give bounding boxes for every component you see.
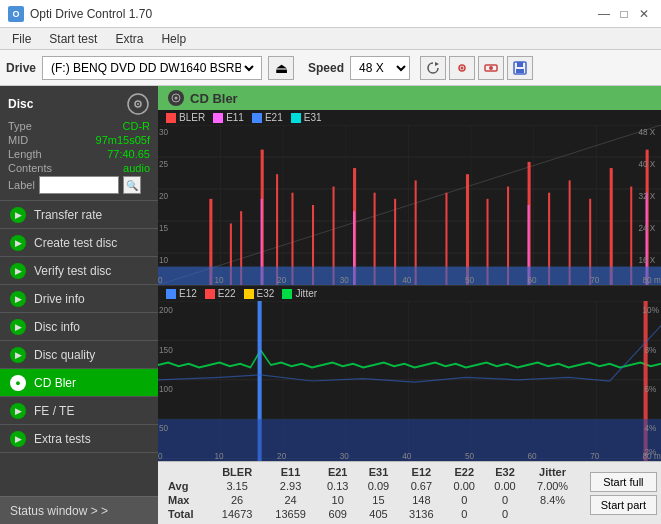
drive-bar: Drive (F:) BENQ DVD DD DW1640 BSRB ⏏ Spe… (0, 50, 661, 86)
disc-type-row: Type CD-R (8, 120, 150, 132)
svg-text:20: 20 (159, 190, 168, 201)
e12-color (166, 289, 176, 299)
svg-text:80 min: 80 min (643, 274, 661, 285)
stats-avg-e12: 0.67 (399, 479, 444, 493)
svg-text:30: 30 (340, 450, 349, 461)
sidebar-item-disc-quality[interactable]: ▶ Disc quality (0, 341, 158, 369)
svg-text:60: 60 (528, 450, 537, 461)
svg-text:40: 40 (402, 274, 411, 285)
content-area: CD Bler BLER E11 E21 (158, 86, 661, 524)
stats-avg-e11: 2.93 (264, 479, 317, 493)
disc-type-label: Type (8, 120, 32, 132)
stats-total-e32: 0 (485, 507, 526, 521)
disc-contents-value: audio (123, 162, 150, 174)
settings-button1[interactable] (449, 56, 475, 80)
e32-color (244, 289, 254, 299)
stats-header-row: BLER E11 E21 E31 E12 E22 E32 Jitter (164, 465, 580, 479)
svg-text:30: 30 (340, 274, 349, 285)
stats-total-e22: 0 (444, 507, 485, 521)
sidebar-item-disc-info[interactable]: ▶ Disc info (0, 313, 158, 341)
chart-title-text: CD Bler (190, 91, 238, 106)
create-test-disc-icon: ▶ (10, 235, 26, 251)
sidebar-item-verify-test-disc[interactable]: ▶ Verify test disc (0, 257, 158, 285)
svg-text:48 X: 48 X (638, 126, 655, 137)
disc-quality-icon: ▶ (10, 347, 26, 363)
menu-file[interactable]: File (4, 30, 39, 48)
legend-jitter: Jitter (282, 288, 317, 299)
stats-col-e22: E22 (444, 465, 485, 479)
legend-e21: E21 (252, 112, 283, 123)
chart-title-bar: CD Bler (158, 86, 661, 110)
svg-text:50: 50 (159, 423, 168, 434)
drive-label: Drive (6, 61, 36, 75)
svg-text:40 X: 40 X (638, 158, 655, 169)
menu-extra[interactable]: Extra (107, 30, 151, 48)
svg-rect-7 (516, 69, 524, 73)
svg-text:6%: 6% (645, 383, 657, 394)
chart1-legend: BLER E11 E21 E31 (158, 110, 661, 125)
stats-max-label: Max (164, 493, 210, 507)
save-button[interactable] (507, 56, 533, 80)
disc-mid-row: MID 97m15s05f (8, 134, 150, 146)
cd-bler-label: CD Bler (34, 376, 76, 390)
drive-info-label: Drive info (34, 292, 85, 306)
disc-label-search-button[interactable]: 🔍 (123, 176, 141, 194)
bler-color (166, 113, 176, 123)
menu-help[interactable]: Help (153, 30, 194, 48)
svg-point-2 (461, 66, 464, 69)
svg-text:10: 10 (214, 450, 223, 461)
stats-avg-e31: 0.09 (358, 479, 399, 493)
disc-length-label: Length (8, 148, 42, 160)
svg-point-10 (137, 103, 139, 105)
legend-bler: BLER (166, 112, 205, 123)
svg-text:150: 150 (159, 344, 173, 355)
settings-button2[interactable] (478, 56, 504, 80)
sidebar-item-extra-tests[interactable]: ▶ Extra tests (0, 425, 158, 453)
svg-point-4 (489, 66, 493, 70)
svg-text:20: 20 (277, 450, 286, 461)
title-bar: O Opti Drive Control 1.70 — □ ✕ (0, 0, 661, 28)
svg-point-12 (175, 97, 178, 100)
chart1-svg: 0 10 20 30 40 50 60 70 80 min 30 25 20 1… (158, 125, 661, 285)
svg-text:10: 10 (159, 254, 168, 265)
drive-selector[interactable]: (F:) BENQ DVD DD DW1640 BSRB (42, 56, 262, 80)
speed-dropdown[interactable]: 48 X (350, 56, 410, 80)
disc-mid-label: MID (8, 134, 28, 146)
svg-text:0: 0 (158, 450, 163, 461)
stats-avg-bler: 3.15 (210, 479, 263, 493)
disc-label-input[interactable] (39, 176, 119, 194)
sidebar-item-cd-bler[interactable]: ● CD Bler (0, 369, 158, 397)
sidebar-item-transfer-rate[interactable]: ▶ Transfer rate (0, 201, 158, 229)
maximize-button[interactable]: □ (615, 5, 633, 23)
start-part-button[interactable]: Start part (590, 495, 657, 515)
stats-col-e31: E31 (358, 465, 399, 479)
stats-total-jitter (525, 507, 579, 521)
svg-text:70: 70 (590, 274, 599, 285)
eject-button[interactable]: ⏏ (268, 56, 294, 80)
start-full-button[interactable]: Start full (590, 472, 657, 492)
close-button[interactable]: ✕ (635, 5, 653, 23)
stats-avg-e22: 0.00 (444, 479, 485, 493)
window-controls: — □ ✕ (595, 5, 653, 23)
sidebar-item-drive-info[interactable]: ▶ Drive info (0, 285, 158, 313)
verify-test-disc-label: Verify test disc (34, 264, 111, 278)
disc-info-panel: Disc Type CD-R MID 97m15s05f Length 77:4… (0, 86, 158, 201)
stats-max-e21: 10 (317, 493, 358, 507)
svg-marker-0 (435, 62, 439, 66)
status-window-label: Status window > > (10, 504, 108, 518)
disc-info-icon: ▶ (10, 319, 26, 335)
cd-bler-icon: ● (10, 375, 26, 391)
status-window-button[interactable]: Status window > > (0, 496, 158, 524)
refresh-button[interactable] (420, 56, 446, 80)
sidebar-item-fe-te[interactable]: ▶ FE / TE (0, 397, 158, 425)
sidebar-item-create-test-disc[interactable]: ▶ Create test disc (0, 229, 158, 257)
stats-col-e12: E12 (399, 465, 444, 479)
menu-start-test[interactable]: Start test (41, 30, 105, 48)
stats-col-e21: E21 (317, 465, 358, 479)
minimize-button[interactable]: — (595, 5, 613, 23)
stats-max-e22: 0 (444, 493, 485, 507)
legend-e11: E11 (213, 112, 244, 123)
stats-max-e32: 0 (485, 493, 526, 507)
drive-dropdown[interactable]: (F:) BENQ DVD DD DW1640 BSRB (47, 60, 257, 76)
disc-contents-label: Contents (8, 162, 52, 174)
